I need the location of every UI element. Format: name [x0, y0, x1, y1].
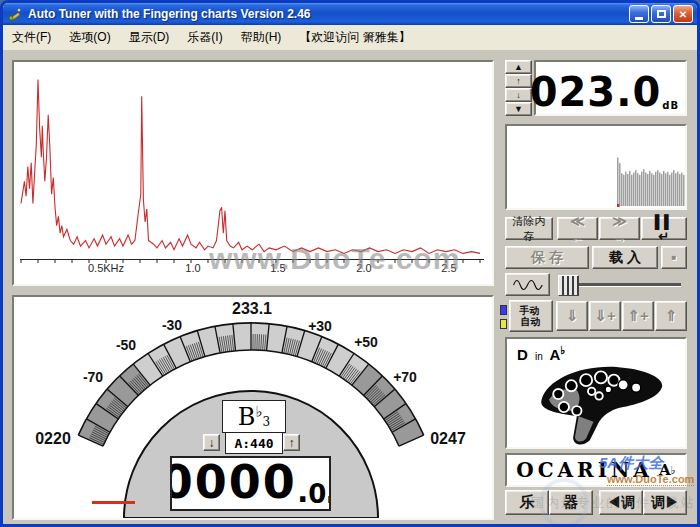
- strobe-indicator: [92, 501, 135, 504]
- db-up-button[interactable]: ↑: [505, 74, 532, 88]
- db-down-button[interactable]: ↓: [505, 88, 532, 102]
- load-button[interactable]: 载 入: [592, 246, 658, 269]
- rewind-icon: ≪ ←: [564, 213, 591, 245]
- frequency-decimal: 0: [308, 479, 326, 509]
- a440-reference-display: A:440: [225, 432, 283, 454]
- close-button[interactable]: ✕: [673, 5, 693, 23]
- clear-memory-label: 清除内存: [512, 214, 546, 244]
- slider-thumb[interactable]: [558, 275, 579, 296]
- note-octave: 3: [263, 415, 271, 429]
- semitone-down-button[interactable]: ⇓+: [589, 301, 621, 331]
- forward-icon: ≫ →: [606, 213, 633, 245]
- up-arrow-icon: ↑: [289, 436, 295, 450]
- manual-auto-label: 手动 自动: [520, 305, 543, 327]
- gauge-range-low: 0220: [35, 430, 71, 448]
- auto-indicator: [500, 319, 507, 329]
- flat-icon: ♭: [255, 403, 262, 421]
- frequency-dot: .: [297, 474, 308, 509]
- menu-item-display[interactable]: 显示(D): [120, 29, 179, 46]
- gauge-label-minus70: -70: [83, 369, 103, 385]
- gauge-range-high: 0247: [430, 430, 466, 448]
- gauge-label-minus30: -30: [162, 317, 182, 333]
- down-arrow-icon: ↓: [516, 90, 521, 100]
- frequency-display: 0000 . 0 Hz: [170, 456, 331, 511]
- title-bar[interactable]: Auto Tuner with the Fingering charts Ver…: [3, 3, 697, 25]
- db-value: 023.0: [530, 74, 662, 110]
- app-icon: [7, 6, 23, 22]
- semitone-up-button[interactable]: ⇑+: [622, 301, 654, 331]
- menu-item-instrument[interactable]: 乐器(I): [178, 29, 231, 46]
- db-level-display: 023.0 dB: [534, 60, 687, 116]
- clear-memory-button[interactable]: 清除内存: [505, 217, 553, 240]
- gauge-target-frequency: 233.1: [232, 300, 272, 318]
- double-down-plus-arrow-icon: ⇓+: [594, 307, 615, 325]
- save-label: 保 存: [531, 249, 563, 267]
- watermark-duote-small: www.DuoTe.com: [607, 473, 694, 486]
- gauge-label-plus70: +70: [393, 369, 417, 385]
- level-history-panel: [505, 124, 687, 210]
- app-window: Auto Tuner with the Fingering charts Ver…: [0, 0, 700, 527]
- maximize-icon: [657, 10, 666, 18]
- a440-up-button[interactable]: ↑: [283, 434, 300, 451]
- pause-return-button[interactable]: ▌▌ ↵: [641, 217, 687, 240]
- gauge-label-plus30: +30: [308, 318, 332, 334]
- forward-button[interactable]: ≫ →: [599, 217, 640, 240]
- stop-button[interactable]: ■: [661, 246, 687, 269]
- window-title: Auto Tuner with the Fingering charts Ver…: [28, 7, 627, 21]
- double-up-plus-arrow-icon: ⇑+: [627, 307, 648, 325]
- manual-label: 手动: [520, 305, 540, 316]
- menu-item-help[interactable]: 帮助(H): [232, 29, 291, 46]
- manual-indicator: [500, 305, 507, 315]
- minimize-icon: [635, 17, 643, 20]
- client-area: 0.5KHz 1.0 1.5 2.0 2.5 www.DuoTe.com 233…: [3, 50, 697, 524]
- volume-slider[interactable]: [554, 273, 687, 296]
- x-tick-0_5khz: 0.5KHz: [88, 262, 124, 274]
- ocarina-fingering-diagram: [525, 357, 675, 445]
- spectrum-panel: 0.5KHz 1.0 1.5 2.0 2.5 www.DuoTe.com: [12, 60, 494, 286]
- db-up-fast-button[interactable]: ▲: [505, 60, 532, 74]
- note-display: B ♭ 3: [222, 400, 286, 433]
- up-arrow-icon: ↑: [516, 76, 521, 86]
- fingering-chart-panel: D in A♭: [505, 337, 687, 449]
- down-bold-arrow-icon: ▼: [514, 104, 523, 114]
- db-down-fast-button[interactable]: ▼: [505, 102, 532, 116]
- stop-icon: ■: [672, 253, 677, 262]
- sine-wave-icon: [512, 277, 543, 293]
- sine-tone-button[interactable]: [505, 273, 550, 296]
- a440-down-button[interactable]: ↓: [203, 434, 220, 451]
- double-up-arrow-icon: ⇑: [665, 307, 678, 325]
- frequency-unit: Hz: [327, 495, 331, 505]
- frequency-integer: 0000: [170, 456, 297, 509]
- db-unit: dB: [662, 101, 679, 110]
- pause-return-icon: ▌▌ ↵: [648, 214, 680, 244]
- rewind-button[interactable]: ≪ ←: [557, 217, 598, 240]
- auto-label: 自动: [521, 316, 541, 327]
- double-down-arrow-icon: ⇓: [566, 307, 579, 325]
- manual-auto-toggle[interactable]: 手动 自动: [509, 300, 553, 332]
- tuner-gauge-panel: 233.1 -30 +30 -50 +50 -70 +70 0220 0247 …: [12, 295, 494, 520]
- gauge-label-minus50: -50: [116, 337, 136, 353]
- octave-up-button[interactable]: ⇑: [655, 301, 687, 331]
- watermark-site-blue: 5A件大全: [599, 454, 663, 473]
- watermark-duote-large: www.DuoTe.com: [209, 242, 460, 276]
- level-history-plot: [507, 126, 685, 208]
- octave-down-button[interactable]: ⇓: [556, 301, 588, 331]
- watermark-slogan: 国内最专业的软件下载站: [531, 494, 696, 512]
- x-tick-1_0: 1.0: [185, 262, 200, 274]
- db-stepper-group: ▲ ↑ ↓ ▼: [505, 60, 532, 116]
- gauge-label-plus50: +50: [354, 334, 378, 350]
- menu-item-options[interactable]: 选项(O): [60, 29, 119, 46]
- load-label: 载 入: [609, 249, 641, 267]
- down-arrow-icon: ↓: [209, 436, 215, 450]
- menu-item-welcome-link[interactable]: 【欢迎访问 箫雅集】: [290, 29, 419, 46]
- up-bold-arrow-icon: ▲: [514, 62, 523, 72]
- save-button[interactable]: 保 存: [505, 246, 589, 269]
- minimize-button[interactable]: [629, 5, 649, 23]
- flat-icon: ♭: [560, 344, 565, 356]
- note-letter: B: [238, 403, 256, 431]
- menu-item-file[interactable]: 文件(F): [3, 29, 60, 46]
- maximize-button[interactable]: [651, 5, 671, 23]
- close-icon: ✕: [679, 9, 687, 20]
- menu-bar: 文件(F) 选项(O) 显示(D) 乐器(I) 帮助(H) 【欢迎访问 箫雅集】: [3, 25, 697, 51]
